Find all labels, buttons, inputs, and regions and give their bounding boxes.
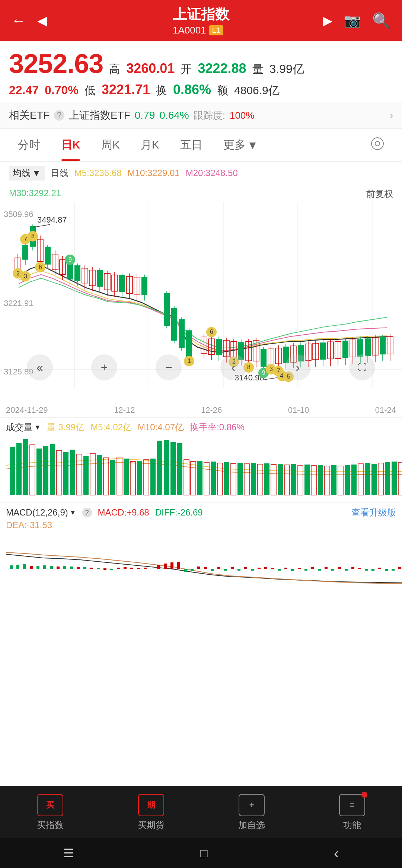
candlestick-chart[interactable]: 3509.96 3221.91 3125.89 3494.87	[0, 202, 402, 403]
macd-header: MACD(12,26,9) ▼ ? MACD:+9.68 DIFF:-26.69…	[6, 507, 396, 518]
vol-title[interactable]: 成交量 ▼	[6, 421, 41, 433]
sys-home-icon[interactable]: □	[200, 846, 207, 860]
header-left: ← ◀	[11, 12, 47, 29]
svg-rect-150	[77, 454, 82, 495]
price-label-mid: 3221.91	[4, 299, 34, 308]
low-label: 低	[84, 83, 96, 98]
right-btn[interactable]: ›	[285, 354, 311, 380]
tab-fenshi[interactable]: 分时	[7, 129, 51, 161]
svg-rect-243	[304, 569, 307, 571]
notification-badge	[361, 792, 367, 798]
svg-rect-210	[77, 567, 80, 569]
amount-label: 额	[217, 83, 228, 98]
ma-select[interactable]: 均线 ▼	[9, 166, 45, 181]
level-badge: L1	[209, 25, 223, 35]
svg-text:6: 6	[39, 264, 42, 270]
svg-rect-144	[36, 449, 42, 495]
macd-params[interactable]: MACD(12,26,9) ▼	[6, 507, 76, 518]
svg-rect-177	[258, 464, 263, 495]
svg-rect-183	[298, 465, 303, 495]
svg-rect-245	[318, 569, 321, 571]
svg-rect-101	[365, 338, 371, 356]
vol-m10: M10:4.07亿	[138, 421, 184, 433]
svg-rect-229	[211, 569, 214, 571]
prev-icon[interactable]: ◀	[37, 13, 47, 28]
ma-select-arrow: ▼	[32, 168, 41, 178]
svg-rect-252	[365, 569, 368, 571]
svg-rect-179	[271, 465, 276, 495]
svg-rect-157	[124, 459, 129, 495]
svg-rect-105	[380, 337, 386, 354]
price-section: 3252.63 高 3260.01 开 3222.88 量 3.99亿 22.4…	[0, 41, 402, 102]
svg-rect-169	[204, 462, 209, 495]
amount-val: 4806.9亿	[234, 83, 280, 98]
back-icon[interactable]: ←	[11, 12, 26, 29]
search-icon[interactable]: 🔍	[372, 12, 391, 29]
tab-monthly-k[interactable]: 月K	[130, 129, 170, 161]
svg-rect-214	[103, 568, 106, 570]
tab-5day[interactable]: 五日	[170, 129, 213, 161]
svg-rect-159	[137, 461, 142, 495]
functions-label: 功能	[343, 819, 361, 831]
upgrade-link[interactable]: 查看升级版	[351, 507, 396, 518]
buy-futures-label: 买期货	[138, 819, 165, 831]
svg-text:3: 3	[24, 273, 27, 280]
svg-rect-29	[74, 265, 80, 281]
svg-rect-216	[117, 568, 120, 569]
ma-period: 日线	[51, 167, 68, 179]
svg-rect-211	[83, 567, 86, 569]
sys-back-icon[interactable]: ‹	[334, 845, 339, 862]
svg-rect-235	[251, 569, 254, 571]
svg-rect-153	[97, 455, 102, 495]
date-label-3: 01-10	[288, 405, 309, 415]
svg-rect-147	[57, 450, 62, 495]
nav-buy-index[interactable]: 买 买指数	[37, 794, 64, 831]
svg-rect-174	[237, 463, 243, 495]
svg-rect-244	[311, 567, 314, 569]
etf-question-icon[interactable]: ?	[54, 110, 64, 121]
svg-rect-200	[10, 565, 13, 569]
volume-header: 成交量 ▼ 量:3.99亿 M5:4.02亿 M10:4.07亿 换手率:0.8…	[6, 421, 396, 433]
fullscreen-btn[interactable]: ⛶	[349, 354, 375, 380]
svg-rect-247	[331, 569, 334, 571]
volume-section: 成交量 ▼ 量:3.99亿 M5:4.02亿 M10:4.07亿 换手率:0.8…	[0, 418, 402, 503]
left-btn[interactable]: ‹	[220, 354, 246, 380]
macd-question-icon[interactable]: ?	[82, 508, 92, 517]
svg-rect-251	[358, 568, 361, 569]
tab-daily-k[interactable]: 日K	[51, 129, 91, 161]
next-icon[interactable]: ▶	[323, 13, 332, 28]
svg-rect-228	[204, 567, 207, 569]
svg-rect-249	[345, 569, 348, 571]
svg-rect-255	[385, 569, 388, 571]
etf-arrow-icon[interactable]: ›	[390, 110, 393, 121]
svg-rect-35	[97, 270, 103, 287]
svg-rect-176	[251, 463, 256, 495]
svg-rect-237	[264, 567, 267, 569]
nav-functions[interactable]: ≡ 功能	[339, 794, 365, 831]
svg-rect-162	[157, 441, 162, 495]
tab-more[interactable]: 更多 ▼	[213, 129, 269, 161]
tab-weekly-k[interactable]: 周K	[91, 129, 130, 161]
sys-menu-icon[interactable]: ☰	[63, 846, 74, 860]
vol-m5: M5:4.02亿	[90, 421, 132, 433]
ma-m20-label: M20:3248.50	[186, 168, 238, 178]
ma-type: 均线	[13, 167, 31, 179]
zoom-out-btn[interactable]: «	[27, 354, 53, 380]
svg-rect-233	[237, 569, 240, 571]
avatar-icon[interactable]: 📷	[344, 12, 361, 29]
svg-rect-182	[291, 464, 296, 495]
svg-rect-208	[63, 566, 66, 569]
chart-settings-icon[interactable]	[360, 129, 395, 161]
svg-rect-226	[191, 569, 194, 571]
etf-bar[interactable]: 相关ETF ? 上证指数ETF 0.79 0.64% 跟踪度: 100% ›	[0, 102, 402, 129]
header-subtitle: 1A0001 L1	[173, 25, 229, 36]
nav-add-watchlist[interactable]: + 加自选	[238, 794, 265, 831]
high-value: 3260.01	[126, 61, 175, 76]
svg-rect-231	[224, 569, 227, 571]
nav-buy-futures[interactable]: 期 买期货	[138, 794, 165, 831]
vol-dropdown-icon: ▼	[34, 424, 41, 431]
svg-rect-205	[43, 565, 46, 569]
low-value: 3221.71	[102, 82, 150, 98]
add-btn[interactable]: +	[91, 354, 117, 380]
minus-btn[interactable]: −	[156, 354, 182, 380]
